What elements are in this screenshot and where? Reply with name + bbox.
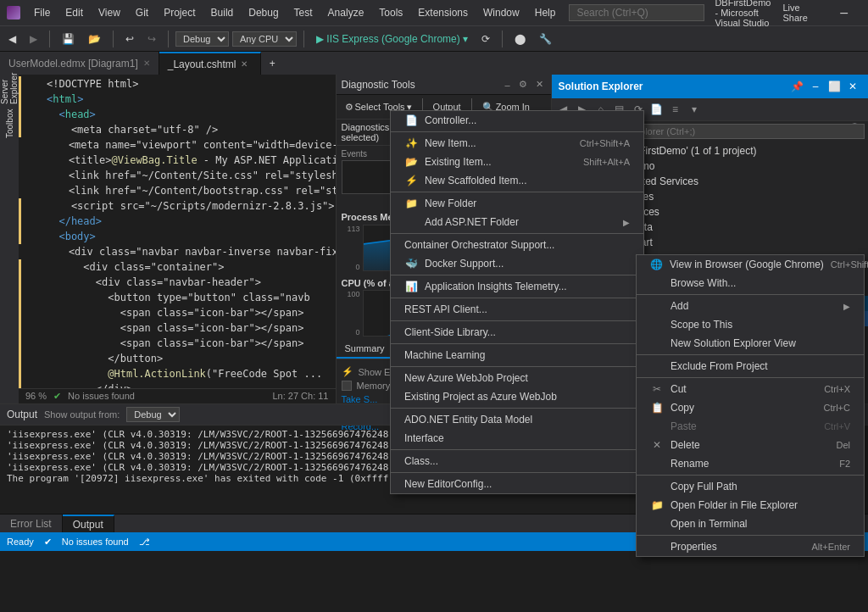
memory-checkbox[interactable] (342, 381, 352, 391)
menu-build[interactable]: Build (204, 5, 241, 20)
menu-edit[interactable]: Edit (58, 5, 90, 20)
global-search[interactable] (569, 4, 704, 21)
menu-git[interactable]: Git (129, 5, 155, 20)
ctx-container[interactable]: Container Orchestrator Support... (391, 236, 643, 254)
ctx-new-folder[interactable]: 📁 New Folder (391, 194, 643, 213)
ctx-ado-model[interactable]: ADO.NET Entity Data Model (391, 410, 643, 429)
menu-file[interactable]: File (27, 5, 57, 20)
se-pin-btn[interactable]: 📌 (788, 78, 805, 95)
ctx-view-browser[interactable]: 🌐 View in Browser (Google Chrome) Ctrl+S… (637, 255, 864, 274)
ctx-sep7 (391, 343, 643, 344)
ctx-new-se-view[interactable]: New Solution Explorer View (637, 334, 864, 353)
ctx-cut[interactable]: ✂ Cut Ctrl+X (637, 380, 864, 398)
show-events-icon: ⚡ (342, 366, 353, 377)
redo-button[interactable]: ↪ (142, 31, 161, 47)
tab-layout[interactable]: _Layout.cshtml ✕ (159, 52, 261, 75)
toolbox-icon[interactable]: Toolbox (5, 117, 14, 131)
ctx-open-terminal[interactable]: Open in Terminal (637, 515, 864, 533)
menu-view[interactable]: View (92, 5, 127, 20)
code-line: <link href="~/Content/bootstrap.css" rel… (19, 183, 336, 198)
menu-help[interactable]: Help (528, 5, 563, 20)
ctx-controller[interactable]: 📄 Controller... (391, 111, 643, 130)
ctx-sep8 (391, 366, 643, 367)
tab-layout-close[interactable]: ✕ (241, 59, 248, 69)
se-properties-btn[interactable]: ≡ (667, 101, 684, 118)
ctx-class[interactable]: Class... (391, 452, 643, 470)
attach-button[interactable]: ⟳ (476, 31, 495, 47)
ctx-sep (391, 131, 643, 132)
ctx-new-editorconfig[interactable]: New EditorConfig... (391, 475, 643, 493)
new-tab-button[interactable]: + (264, 56, 281, 71)
ctx-new-item[interactable]: ✨ New Item... Ctrl+Shift+A (391, 134, 643, 153)
menu-window[interactable]: Window (476, 5, 526, 20)
ctx-browse-with[interactable]: Browse With... (637, 274, 864, 292)
diag-header: Diagnostic Tools – ⚙ ✕ (337, 75, 551, 95)
open-button[interactable]: 📂 (83, 31, 106, 47)
forward-button[interactable]: ▶ (25, 31, 42, 47)
se-show-all-files-btn[interactable]: 📄 (648, 101, 665, 118)
ctx-client-side[interactable]: Client-Side Library... (391, 323, 643, 342)
ctx-add[interactable]: Add ▶ (637, 297, 864, 315)
ctx-delete[interactable]: ✕ Delete Del (637, 436, 864, 454)
ctx-rename-shortcut: F2 (839, 459, 850, 469)
menu-extensions[interactable]: Extensions (411, 5, 475, 20)
tab-usermodel-close[interactable]: ✕ (143, 58, 150, 68)
output-source-dropdown[interactable]: Debug (126, 407, 180, 422)
ctx-aspnet-folder[interactable]: Add ASP.NET Folder ▶ (391, 213, 643, 231)
menu-debug[interactable]: Debug (242, 5, 285, 20)
take-snapshot-label[interactable]: Take S... (342, 394, 378, 404)
editor-content[interactable]: <!DOCTYPE html> <html> <head> <meta char… (19, 75, 336, 388)
code-line: <meta charset="utf-8" /> (19, 122, 336, 137)
menu-test[interactable]: Test (287, 5, 320, 20)
diag-settings-btn[interactable]: ⚙ (516, 78, 530, 91)
select-tools-icon: ⚙ (345, 102, 353, 113)
file-explorer-icon: 📁 (650, 499, 664, 511)
platform-dropdown[interactable]: Any CPU (232, 31, 297, 47)
server-explorer-icon[interactable]: Server Explorer (0, 81, 19, 95)
ctx-exclude[interactable]: Exclude From Project (637, 357, 864, 376)
menu-project[interactable]: Project (157, 5, 202, 20)
se-minimize-btn[interactable]: – (807, 78, 824, 95)
ctx-interface[interactable]: Interface (391, 429, 643, 448)
ctx-existing-item[interactable]: 📂 Existing Item... Shift+Alt+A (391, 153, 643, 171)
back-button[interactable]: ◀ (3, 31, 21, 47)
ctx-open-file-explorer[interactable]: 📁 Open Folder in File Explorer (637, 496, 864, 515)
restore-button[interactable]: ❐ (861, 0, 868, 25)
ctx-new-webjob[interactable]: New Azure WebJob Project (391, 369, 643, 387)
ctx-docker[interactable]: 🐳 Docker Support... (391, 254, 643, 273)
run-button[interactable]: ▶ IIS Express (Google Chrome) ▾ (311, 31, 473, 47)
undo-button[interactable]: ↩ (120, 31, 139, 47)
add-arrow-icon: ▶ (843, 302, 850, 311)
tab-usermodel[interactable]: UserModel.edmx [Diagram1] ✕ (0, 52, 159, 75)
se-close-btn[interactable]: ✕ (844, 78, 861, 95)
tools-btn2[interactable]: 🔧 (534, 31, 557, 47)
breakpoint-button[interactable]: ⬤ (509, 31, 531, 47)
menu-tools[interactable]: Tools (372, 5, 409, 20)
ctx-new-item-label: New Item... (425, 137, 573, 149)
ctx-appinsights[interactable]: 📊 Application Insights Telemetry... (391, 277, 643, 296)
diag-close-btn[interactable]: ✕ (533, 78, 546, 91)
diag-minimize-btn[interactable]: – (502, 79, 512, 91)
ctx-rest-api[interactable]: REST API Client... (391, 300, 643, 319)
window-controls: Live Share – ❐ ✕ (777, 0, 868, 25)
debug-config-dropdown[interactable]: Debug (175, 31, 229, 47)
ctx-machine-learning[interactable]: Machine Learning (391, 346, 643, 364)
ctx-copy[interactable]: 📋 Copy Ctrl+C (637, 398, 864, 417)
ctx-properties[interactable]: Properties Alt+Enter (637, 537, 864, 556)
ctx-existing-webjob[interactable]: Existing Project as Azure WebJob (391, 387, 643, 406)
menu-analyze[interactable]: Analyze (321, 5, 371, 20)
se-filter-btn[interactable]: ▾ (686, 101, 703, 118)
ctx-new-scaffolded[interactable]: ⚡ New Scaffolded Item... (391, 171, 643, 190)
bottom-tab-errors[interactable]: Error List (0, 515, 63, 532)
live-share-btn[interactable]: Live Share (777, 0, 826, 25)
ctx-rename[interactable]: Rename F2 (637, 454, 864, 473)
diag-tab-summary[interactable]: Summary (337, 340, 393, 359)
context-menu-add: 📄 Controller... ✨ New Item... Ctrl+Shift… (390, 110, 644, 494)
bottom-tab-output[interactable]: Output (63, 515, 114, 532)
se-title: Solution Explorer (559, 81, 643, 92)
minimize-button[interactable]: – (827, 0, 861, 25)
ctx-scope-to-this[interactable]: Scope to This (637, 315, 864, 334)
ctx-copy-full-path[interactable]: Copy Full Path (637, 477, 864, 496)
save-button[interactable]: 💾 (57, 31, 80, 47)
se-maximize-btn[interactable]: ⬜ (826, 78, 843, 95)
